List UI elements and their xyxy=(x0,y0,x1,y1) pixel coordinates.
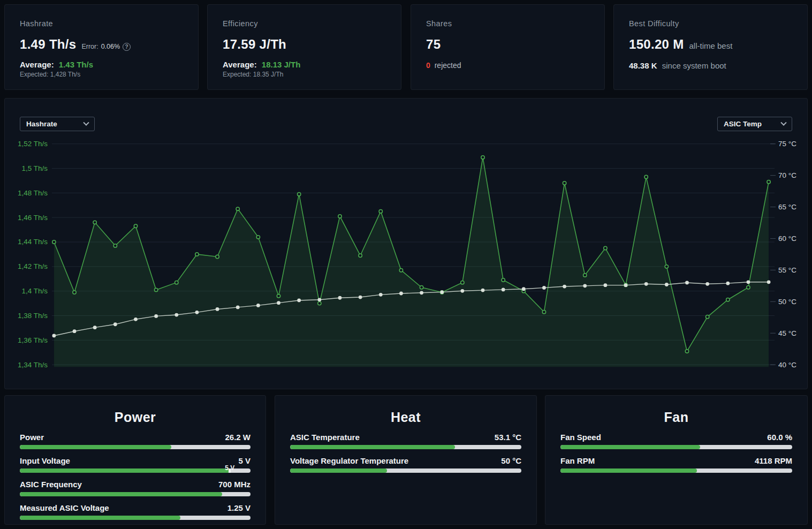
hashrate-card-title: Hashrate xyxy=(20,19,183,28)
left-axis-tick-label: 1,48 Th/s xyxy=(18,189,48,197)
asic-temp-point xyxy=(277,301,280,305)
voltage-regulator-temperature-value: 50 °C xyxy=(501,456,521,465)
hashrate-point xyxy=(195,253,199,256)
asic-temp-point xyxy=(113,322,117,326)
hashrate-point xyxy=(644,175,648,178)
heat-panel-title: Heat xyxy=(290,410,521,425)
asic-temp-point xyxy=(359,296,362,299)
hashrate-point xyxy=(338,215,342,218)
asic-temp-point xyxy=(460,289,464,293)
measured-asic-voltage-progress-fill xyxy=(20,516,180,520)
left-axis-tick-label: 1,42 Th/s xyxy=(18,262,48,270)
right-axis-tick-label: 50 °C xyxy=(778,298,796,306)
best-difficulty-card-title: Best Difficulty xyxy=(629,19,792,28)
right-axis-tick-label: 45 °C xyxy=(778,329,796,337)
shares-rejected-label: rejected xyxy=(435,61,461,70)
asic-temp-point xyxy=(481,289,485,292)
best-difficulty-card: Best Difficulty 150.20 M all-time best 4… xyxy=(613,4,808,90)
power-value: 26.2 W xyxy=(225,433,251,442)
input-voltage-progress-fill xyxy=(20,468,230,473)
fan-speed-progress-bar xyxy=(560,445,792,449)
hashrate-point xyxy=(52,240,56,244)
asic-temp-point xyxy=(174,313,178,317)
help-icon[interactable]: ? xyxy=(123,43,131,51)
right-axis-tick-label: 75 °C xyxy=(778,140,796,148)
best-difficulty-value: 150.20 M xyxy=(629,37,684,52)
hashrate-point xyxy=(297,192,300,195)
hashrate-point xyxy=(379,210,382,213)
shares-card: Shares 75 0 rejected xyxy=(411,4,605,90)
asic-temperature-label: ASIC Temperature xyxy=(290,433,360,442)
best-difficulty-note: all-time best xyxy=(689,41,732,50)
asic-temp-point xyxy=(420,291,423,294)
measured-asic-voltage-label: Measured ASIC Voltage xyxy=(20,503,109,512)
asic-temp-point xyxy=(73,329,77,333)
left-axis-tick-label: 1,44 Th/s xyxy=(18,238,48,246)
power-panel-title: Power xyxy=(20,410,251,425)
hashrate-point xyxy=(318,301,321,305)
asic-temp-point xyxy=(705,282,709,286)
efficiency-average-value: 18.13 J/Th xyxy=(262,60,301,69)
asic-temp-point xyxy=(542,286,546,290)
fan-speed-label: Fan Speed xyxy=(560,433,601,442)
left-axis-tick-label: 1,4 Th/s xyxy=(21,287,48,295)
left-axis-tick-label: 1,38 Th/s xyxy=(18,312,48,320)
asic-temp-point xyxy=(134,318,138,321)
hashrate-card: Hashrate 1.49 Th/s Error: 0.06% ? Averag… xyxy=(4,4,199,90)
power-panel: Power Power26.2 WInput Voltage5 V5 VASIC… xyxy=(4,395,266,525)
fan-rpm-value: 4118 RPM xyxy=(755,456,792,465)
hashrate-average-value: 1.43 Th/s xyxy=(59,60,93,69)
asic-temp-point xyxy=(502,288,505,292)
power-progress-bar xyxy=(20,445,251,449)
hashrate-point xyxy=(665,265,668,268)
right-metric-select[interactable]: ASIC Temp xyxy=(717,117,792,131)
power-label: Power xyxy=(20,433,44,442)
asic-temp-point xyxy=(216,307,219,311)
fan-row-fan-speed: Fan Speed60.0 % xyxy=(560,433,792,449)
asic-temperature-progress-fill xyxy=(290,445,455,449)
hashrate-point xyxy=(726,298,730,301)
left-axis-tick-label: 1,5 Th/s xyxy=(21,164,48,172)
fan-speed-value: 60.0 % xyxy=(767,433,792,442)
efficiency-card: Efficiency 17.59 J/Th Average: 18.13 J/T… xyxy=(207,4,401,90)
efficiency-value: 17.59 J/Th xyxy=(223,37,286,52)
left-metric-select[interactable]: Hashrate xyxy=(20,117,95,131)
right-axis-tick-label: 40 °C xyxy=(778,361,796,369)
left-axis-tick-label: 1,52 Th/s xyxy=(18,140,48,148)
voltage-regulator-temperature-progress-fill xyxy=(290,468,387,473)
fan-panel-title: Fan xyxy=(560,410,792,425)
power-row-asic-frequency: ASIC Frequency700 MHz xyxy=(20,480,251,496)
hashrate-point xyxy=(481,156,484,159)
asic-temperature-value: 53.1 °C xyxy=(495,433,521,442)
left-axis-tick-label: 1,46 Th/s xyxy=(18,214,48,222)
hashrate-point xyxy=(399,269,403,272)
left-metric-select-value: Hashrate xyxy=(26,120,57,128)
hashrate-point xyxy=(93,221,96,224)
asic-frequency-label: ASIC Frequency xyxy=(20,480,82,489)
asic-temp-point xyxy=(726,282,730,285)
hashrate-point xyxy=(563,182,566,185)
asic-temp-point xyxy=(522,287,526,291)
input-voltage-progress-bar xyxy=(20,468,251,473)
efficiency-card-title: Efficiency xyxy=(223,19,386,28)
power-row-measured-asic-voltage: Measured ASIC Voltage1.25 V xyxy=(20,503,251,520)
voltage-regulator-temperature-progress-bar xyxy=(290,468,521,473)
asic-temp-point xyxy=(195,311,199,314)
hashrate-temperature-chart: 1,52 Th/s1,5 Th/s1,48 Th/s1,46 Th/s1,44 … xyxy=(5,99,807,389)
right-metric-select-value: ASIC Temp xyxy=(724,120,762,128)
asic-temp-point xyxy=(379,293,383,297)
since-boot-note: since system boot xyxy=(662,61,726,70)
hashrate-point xyxy=(685,350,688,353)
chevron-down-icon xyxy=(780,119,786,125)
asic-temp-point xyxy=(399,292,403,296)
hashrate-point xyxy=(542,310,545,313)
hashrate-error-label: Error: xyxy=(81,43,98,50)
fan-rpm-progress-fill xyxy=(560,468,697,473)
hashrate-point xyxy=(216,255,219,258)
hashrate-error-value: 0.06% xyxy=(101,43,120,50)
input-voltage-value: 5 V xyxy=(238,456,251,465)
hashrate-point xyxy=(113,244,117,247)
hashrate-point xyxy=(604,246,607,250)
hashrate-point xyxy=(154,288,157,291)
power-row-input-voltage: Input Voltage5 V5 V xyxy=(20,456,251,473)
